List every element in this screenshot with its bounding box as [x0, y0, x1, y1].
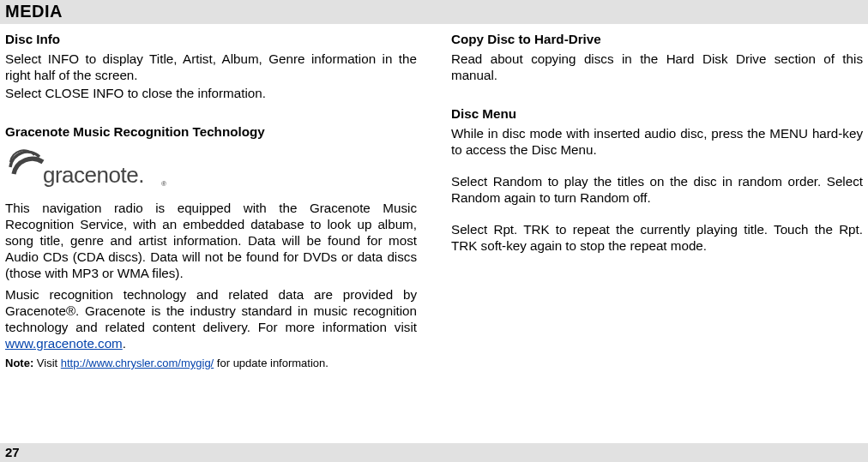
disc-info-p2: Select CLOSE INFO to close the informati… [5, 85, 417, 101]
disc-info-p1: Select INFO to display Title, Artist, Al… [5, 51, 417, 83]
copy-p1: Read about copying discs in the Hard Dis… [451, 51, 863, 83]
disc-info-heading: Disc Info [5, 31, 417, 47]
gracenote-p1: This navigation radio is equipped with t… [5, 200, 417, 281]
copy-heading: Copy Disc to Hard-Drive [451, 31, 863, 47]
disc-menu-heading: Disc Menu [451, 105, 863, 122]
gracenote-logo-icon: gracenote. ® [5, 145, 177, 193]
gracenote-heading: Gracenote Music Recognition Technology [5, 123, 417, 140]
gracenote-note: Note: Visit http://www.chrysler.com/mygi… [5, 357, 417, 370]
svg-text:®: ® [161, 180, 166, 188]
gracenote-logo-dot: . [138, 162, 144, 188]
disc-menu-p3: Select Rpt. TRK to repeat the currently … [451, 221, 863, 254]
left-column: Disc Info Select INFO to display Title, … [5, 29, 417, 370]
note-a: Visit [33, 357, 61, 369]
disc-menu-p1: While in disc mode with inserted audio d… [451, 125, 863, 158]
svg-text:gracenote.: gracenote. [43, 162, 144, 188]
gracenote-p2a: Music recognition technology and related… [5, 287, 417, 334]
disc-menu-p2: Select Random to play the titles on the … [451, 173, 863, 206]
chrysler-link[interactable]: http://www.chrysler.com/mygig/ [61, 357, 214, 369]
gracenote-link[interactable]: www.gracenote.com [5, 336, 123, 351]
gracenote-logo: gracenote. ® [5, 145, 417, 193]
note-b: for update information. [214, 357, 329, 369]
gracenote-logo-text: gracenote [43, 162, 138, 188]
right-column: Copy Disc to Hard-Drive Read about copyi… [451, 29, 863, 370]
content-columns: Disc Info Select INFO to display Title, … [0, 24, 868, 370]
gracenote-p2: Music recognition technology and related… [5, 286, 417, 351]
page-title: MEDIA [5, 2, 63, 21]
footer-bar: 27 [0, 443, 868, 462]
header-bar: MEDIA [0, 0, 868, 24]
note-prefix: Note: [5, 357, 33, 369]
gracenote-p2b: . [123, 336, 126, 351]
page-number: 27 [5, 445, 20, 459]
